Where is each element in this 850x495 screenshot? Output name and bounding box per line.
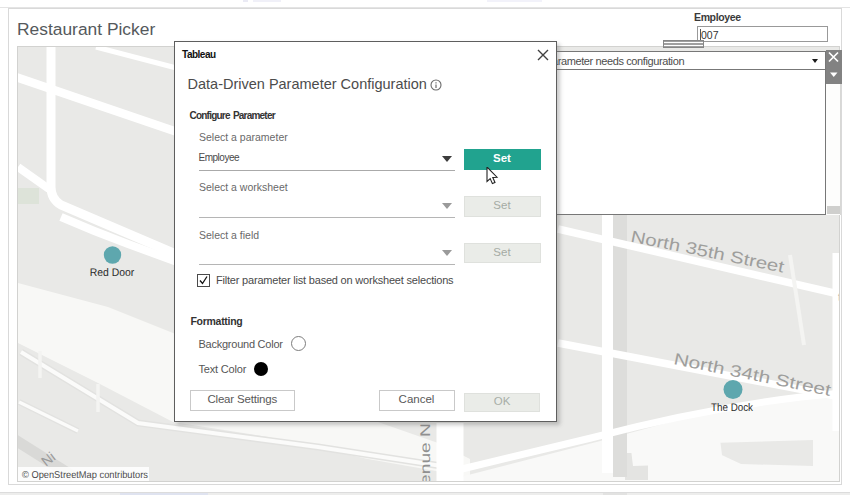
svg-text:t: t (838, 290, 839, 304)
svg-text:© OpenStreetMap contributors: © OpenStreetMap contributors (22, 470, 148, 481)
svg-text:The Dock: The Dock (711, 402, 753, 414)
svg-text:enue N: enue N (417, 423, 433, 481)
svg-text:Red Door: Red Door (90, 267, 135, 279)
